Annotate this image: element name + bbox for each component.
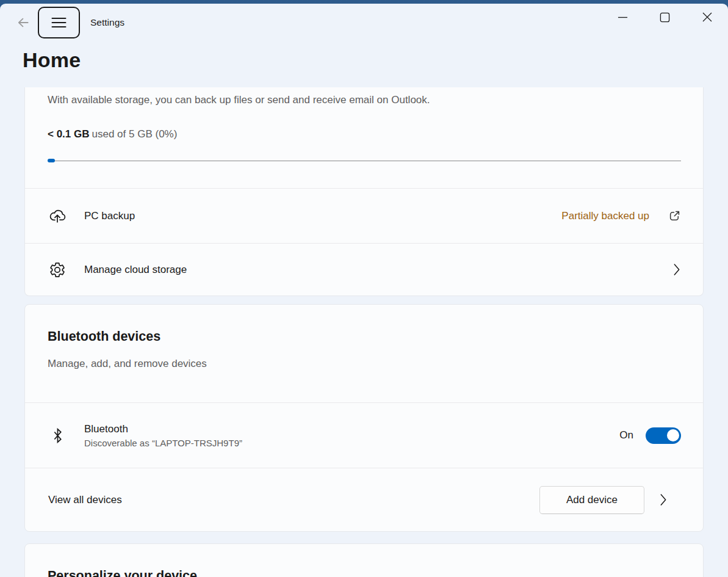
page-title: Home (23, 48, 728, 72)
minimize-button[interactable] (602, 5, 644, 29)
cloud-upload-icon (48, 208, 67, 223)
chevron-right-icon (659, 493, 668, 506)
bluetooth-icon (48, 427, 67, 444)
storage-usage-section: With available storage, you can back up … (25, 87, 703, 188)
manage-cloud-storage-label: Manage cloud storage (84, 264, 187, 276)
storage-progress-track (48, 161, 681, 161)
bluetooth-card-title: Bluetooth devices (48, 329, 680, 344)
titlebar: Settings (0, 4, 728, 42)
hamburger-menu-icon (51, 17, 67, 28)
personalize-device-card: Personalize your device (24, 543, 704, 577)
bluetooth-card-header: Bluetooth devices Manage, add, and remov… (25, 305, 703, 402)
bluetooth-discoverable-text: Discoverable as “LAPTOP-TRSJH9T9” (84, 438, 242, 448)
bluetooth-toggle-row: Bluetooth Discoverable as “LAPTOP-TRSJH9… (25, 402, 703, 468)
storage-usage-detail: used of 5 GB (0%) (92, 128, 178, 140)
pc-backup-label: PC backup (84, 210, 135, 222)
storage-used-amount: < 0.1 GB (48, 128, 90, 140)
minimize-icon (618, 12, 628, 23)
bluetooth-card-subtitle: Manage, add, and remove devices (48, 358, 680, 370)
settings-window: Settings Home With avail (0, 4, 728, 577)
personalize-card-title: Personalize your device (48, 568, 680, 577)
storage-progress-bar (48, 159, 681, 162)
window-caption-controls (602, 5, 728, 29)
chevron-right-icon (672, 263, 681, 276)
storage-progress-fill (48, 159, 55, 162)
bluetooth-label: Bluetooth (84, 423, 242, 435)
gear-icon (48, 261, 67, 278)
view-all-devices-row[interactable]: View all devices Add device (25, 468, 703, 531)
storage-description: With available storage, you can back up … (48, 94, 681, 106)
add-device-button[interactable]: Add device (539, 486, 644, 514)
pc-backup-row[interactable]: PC backup Partially backed up (25, 188, 703, 243)
toggle-state-label: On (619, 429, 633, 441)
view-all-devices-label: View all devices (48, 494, 122, 506)
settings-content: With available storage, you can back up … (24, 87, 704, 577)
manage-cloud-storage-row[interactable]: Manage cloud storage (25, 243, 703, 296)
backup-status-text: Partially backed up (561, 210, 649, 222)
bluetooth-toggle[interactable] (646, 427, 681, 444)
navigation-menu-button[interactable] (38, 7, 80, 38)
storage-backup-card: With available storage, you can back up … (24, 87, 704, 296)
bluetooth-devices-card: Bluetooth devices Manage, add, and remov… (24, 304, 704, 532)
maximize-button[interactable] (644, 5, 686, 29)
maximize-icon (660, 12, 670, 23)
back-button[interactable] (16, 16, 30, 29)
back-arrow-icon (16, 16, 30, 29)
close-icon (702, 12, 713, 23)
close-button[interactable] (686, 5, 728, 29)
storage-usage-line: < 0.1 GBused of 5 GB (0%) (48, 128, 681, 140)
app-title: Settings (90, 17, 124, 28)
external-link-icon (668, 209, 681, 222)
toggle-knob (667, 429, 679, 441)
